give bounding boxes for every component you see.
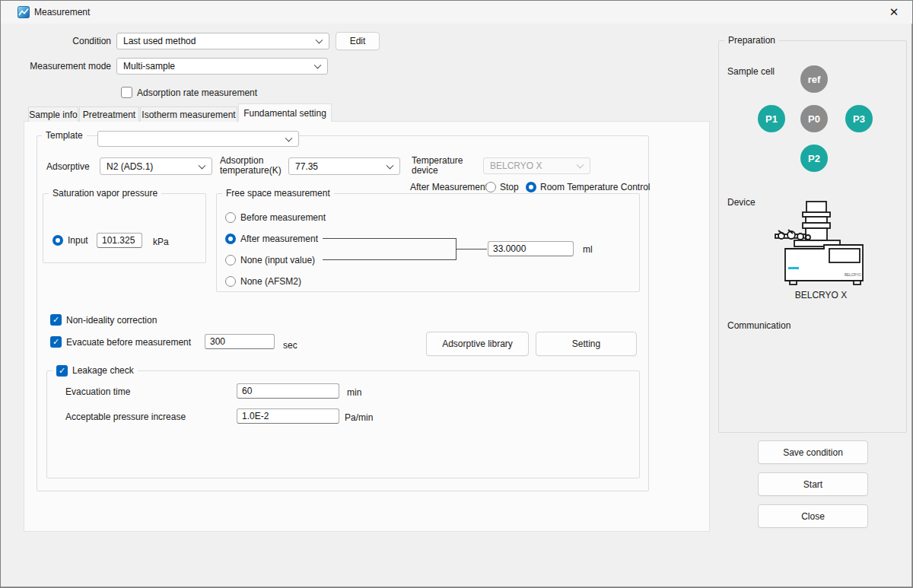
chevron-down-icon xyxy=(314,62,322,69)
svp-unit-label: kPa xyxy=(153,237,169,247)
fsm-none-afsm2-label[interactable]: None (AFSM2) xyxy=(240,276,301,287)
svg-text:BELCRYO: BELCRYO xyxy=(845,273,861,277)
svp-input-radio[interactable] xyxy=(52,235,63,246)
non-ideality-label[interactable]: Non-ideality correction xyxy=(66,315,157,326)
sample-cell-p2[interactable]: P2 xyxy=(800,145,828,172)
fsm-none-input-radio[interactable] xyxy=(225,255,236,265)
leakage-check-checkbox[interactable]: ✓ xyxy=(56,365,68,377)
tab-pretreatment[interactable]: Pretreatment xyxy=(79,106,139,122)
fsm-none-input-label[interactable]: None (input value) xyxy=(240,255,315,265)
saturation-vapor-pressure-title: Saturation vapor pressure xyxy=(49,188,161,199)
device-name: BELCRYO X xyxy=(771,290,871,300)
template-label: Template xyxy=(42,130,87,141)
adsorptive-library-button[interactable]: Adsorptive library xyxy=(426,332,529,356)
saturation-vapor-pressure-groupbox xyxy=(43,193,206,263)
preparation-title: Preparation xyxy=(724,35,779,46)
after-measurement-stop-radio[interactable] xyxy=(485,182,496,192)
adsorptive-value: N2 (ADS.1) xyxy=(107,161,153,172)
title-bar[interactable]: Measurement ✕ xyxy=(1,1,912,24)
fsm-after-radio[interactable] xyxy=(225,234,236,244)
fsm-volume-input[interactable] xyxy=(488,241,574,256)
fsm-after-label[interactable]: After measurement xyxy=(240,234,318,244)
device-brand-mark xyxy=(788,267,799,269)
leakage-check-label[interactable]: Leakage check xyxy=(72,365,134,376)
non-ideality-checkbox[interactable]: ✓ xyxy=(50,314,62,326)
fsm-none-afsm2-radio[interactable] xyxy=(225,276,236,287)
chevron-down-icon xyxy=(199,161,206,169)
tab-isotherm-measurement[interactable]: Isotherm measurement xyxy=(140,106,237,122)
sample-cell-ref[interactable]: ref xyxy=(800,65,828,93)
after-measurement-rtc-radio[interactable] xyxy=(526,182,536,192)
free-space-title: Free space measurement xyxy=(222,188,334,199)
edit-button[interactable]: Edit xyxy=(336,32,380,50)
leakage-check-groupbox xyxy=(46,370,640,478)
evacuate-unit-label: sec xyxy=(283,340,297,351)
connector-line-stub xyxy=(456,249,487,250)
measurement-mode-dropdown[interactable]: Multi-sample xyxy=(116,58,328,75)
close-button[interactable]: Close xyxy=(758,504,868,528)
fsm-unit-label: ml xyxy=(583,244,593,255)
evacuation-time-input[interactable] xyxy=(237,383,339,399)
device-illustration: BELCRYO xyxy=(771,200,871,287)
after-measurement-rtc-label[interactable]: Room Temperature Control xyxy=(540,182,651,192)
evacuate-time-input[interactable] xyxy=(205,334,275,349)
adsorption-temperature-value: 77.35 xyxy=(295,161,318,172)
leakage-check-header: ✓ Leakage check xyxy=(52,364,138,377)
condition-value: Last used method xyxy=(123,36,196,46)
after-measurement-label: After Measurement xyxy=(410,182,488,192)
condition-dropdown[interactable]: Last used method xyxy=(116,33,329,49)
fsm-before-label[interactable]: Before measurement xyxy=(240,212,326,223)
measurement-dialog: Measurement ✕ Condition Last used method… xyxy=(0,0,913,588)
sample-cell-p1[interactable]: P1 xyxy=(758,105,785,132)
close-icon[interactable]: ✕ xyxy=(882,1,906,24)
evacuation-time-label: Evacuation time xyxy=(65,386,130,397)
chevron-down-icon xyxy=(387,161,394,169)
connector-line-top xyxy=(323,238,456,239)
sample-cell-label: Sample cell xyxy=(727,66,775,77)
svp-value-input[interactable] xyxy=(97,233,142,248)
adsorption-rate-label[interactable]: Adsorption rate measurement xyxy=(137,87,257,98)
sample-cell-p3[interactable]: P3 xyxy=(845,105,873,132)
acceptable-pressure-input[interactable] xyxy=(237,408,339,424)
acceptable-pressure-unit: Pa/min xyxy=(345,412,373,423)
fsm-before-radio[interactable] xyxy=(225,212,236,223)
evacuate-label[interactable]: Evacuate before measurement xyxy=(66,337,191,348)
start-button[interactable]: Start xyxy=(758,472,868,496)
setting-button[interactable]: Setting xyxy=(536,332,637,356)
save-condition-button[interactable]: Save condition xyxy=(758,440,868,464)
adsorption-temperature-dropdown[interactable]: 77.35 xyxy=(288,157,400,175)
condition-label: Condition xyxy=(16,36,111,46)
evacuate-checkbox[interactable]: ✓ xyxy=(50,336,62,348)
chevron-down-icon xyxy=(285,134,293,141)
evacuation-time-unit: min xyxy=(347,387,361,398)
chevron-down-icon xyxy=(577,161,584,169)
measurement-mode-label: Measurement mode xyxy=(16,61,111,72)
acceptable-pressure-label: Acceptable pressure increase xyxy=(65,412,186,422)
after-measurement-stop-label[interactable]: Stop xyxy=(500,182,519,192)
communication-label: Communication xyxy=(727,320,791,331)
temperature-device-value: BELCRYO X xyxy=(490,161,542,171)
template-dropdown[interactable] xyxy=(97,131,299,147)
sample-cell-p0[interactable]: P0 xyxy=(800,105,828,132)
connector-line-bottom xyxy=(323,259,456,260)
svp-input-label[interactable]: Input xyxy=(68,235,88,246)
app-icon xyxy=(17,6,30,18)
adsorption-temperature-label: Adsorption temperature(K) xyxy=(220,156,287,176)
measurement-mode-value: Multi-sample xyxy=(123,61,175,72)
tab-sample-info[interactable]: Sample info xyxy=(28,106,78,122)
chevron-down-icon xyxy=(316,37,323,44)
temperature-device-label: Temperature device xyxy=(412,156,472,176)
window-title: Measurement xyxy=(34,7,90,17)
device-label: Device xyxy=(727,197,756,208)
temperature-device-dropdown: BELCRYO X xyxy=(483,157,590,174)
adsorptive-label: Adsorptive xyxy=(46,161,90,172)
adsorptive-dropdown[interactable]: N2 (ADS.1) xyxy=(100,157,212,175)
tab-fundamental-setting[interactable]: Fundamental setting xyxy=(238,103,332,122)
adsorption-rate-checkbox[interactable] xyxy=(121,87,132,98)
